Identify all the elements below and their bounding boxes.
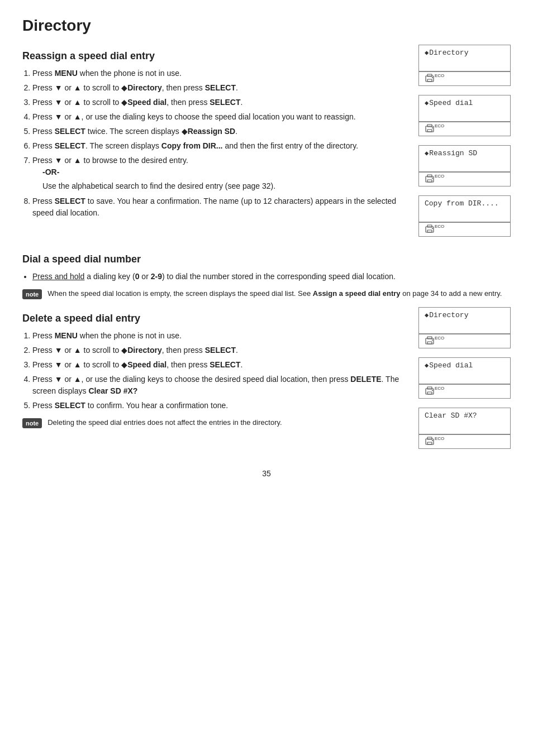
screen-text-4: Copy from DIR.... <box>425 199 499 208</box>
select-bold-d3: SELECT <box>55 401 85 410</box>
select-bold-3: SELECT <box>55 127 85 136</box>
reassign-screen-2: ◆Speed dial <box>418 95 511 122</box>
reassign-screen-group-1: ◆Directory ECO <box>418 45 511 90</box>
svg-rect-2 <box>427 79 432 82</box>
reassign-screen-1: ◆Directory <box>418 45 511 71</box>
select-bold-d2: SELECT <box>210 360 240 369</box>
delete-screen-2: ◆Speed dial <box>418 357 511 384</box>
svg-rect-6 <box>427 130 432 132</box>
page-number: 35 <box>22 469 511 478</box>
printer-icon-3 <box>425 174 435 184</box>
svg-rect-17 <box>427 337 432 339</box>
directory-bold: Directory <box>127 83 161 92</box>
delete-screens: ◆Directory ECO ◆Speed dial <box>407 307 511 458</box>
printer-icon-4 <box>425 224 435 234</box>
copyfrom-bold: Copy from DIR... <box>161 141 223 150</box>
list-item: Press and hold a dialing key (0 or 2-9) … <box>32 271 511 283</box>
reassign-steps: Press MENU when the phone is not in use.… <box>32 68 407 219</box>
dial-section: Dial a speed dial number Press and hold … <box>22 253 511 299</box>
svg-point-27 <box>432 440 433 441</box>
delete-note-text: Deleting the speed dial entries does not… <box>47 417 282 428</box>
list-item: Press SELECT to confirm. You hear a conf… <box>32 400 407 412</box>
directory-bold-d: Directory <box>127 346 161 355</box>
arrow-icon-3: ◆ <box>425 150 429 157</box>
del-screen-text-1: Directory <box>429 311 468 319</box>
dial-note: note When the speed dial location is emp… <box>22 288 511 299</box>
list-item: Press SELECT. The screen displays Copy f… <box>32 140 407 152</box>
select-bold-d1: SELECT <box>205 346 236 355</box>
del-arrow-icon-2: ◆ <box>425 362 429 370</box>
svg-point-7 <box>432 127 433 128</box>
eco-icon-3: ECO <box>425 174 444 184</box>
del-printer-icon-1 <box>425 336 435 346</box>
svg-point-19 <box>432 339 433 341</box>
delete-note-label: note <box>22 418 42 428</box>
reassign-eco-1: ECO <box>418 71 511 86</box>
reassign-eco-2: ECO <box>418 122 511 136</box>
reassign-content: Reassign a speed dial entry Press MENU w… <box>22 45 407 246</box>
reassign-eco-4: ECO <box>418 222 511 237</box>
reassign-screen-group-3: ◆Reassign SD ECO <box>418 145 511 191</box>
delete-screen-3: Clear SD #X? <box>418 408 511 434</box>
zero-bold: 0 <box>135 272 140 281</box>
delete-screen-1: ◆Directory <box>418 307 511 334</box>
or-block: -OR- Use the alphabetical search to find… <box>42 166 407 192</box>
del-screen-text-3: Clear SD #X? <box>425 412 477 420</box>
svg-point-15 <box>432 228 433 229</box>
delete-section: Delete a speed dial entry Press MENU whe… <box>22 307 511 458</box>
eco-icon-4: ECO <box>425 224 444 234</box>
eco-sup-1: ECO <box>435 73 444 78</box>
list-item: Press ▼ or ▲ to browse to the desired en… <box>32 155 407 192</box>
eco-sup-2: ECO <box>435 123 444 128</box>
svg-rect-25 <box>427 437 432 439</box>
del-eco-sup-1: ECO <box>435 336 444 341</box>
screen-text-1: Directory <box>429 49 468 57</box>
list-item: Press SELECT to save. You hear a confirm… <box>32 195 407 219</box>
assign-bold: Assign a speed dial entry <box>313 289 401 298</box>
del-screen-text-2: Speed dial <box>429 361 473 370</box>
delete-screen-group-2: ◆Speed dial ECO <box>418 357 511 403</box>
printer-icon-2 <box>425 123 435 133</box>
list-item: Press ▼ or ▲ to scroll to ◆Speed dial, t… <box>32 359 407 371</box>
svg-rect-22 <box>427 392 432 394</box>
reassignsd-bold: Reassign SD <box>188 127 236 136</box>
screen-text-3: Reassign SD <box>429 149 477 157</box>
reassign-title: Reassign a speed dial entry <box>22 50 407 62</box>
or-label: -OR- <box>42 166 407 178</box>
delete-screen-group-3: Clear SD #X? ECO <box>418 408 511 453</box>
reassign-screen-3: ◆Reassign SD <box>418 145 511 172</box>
del-eco-sup-3: ECO <box>435 436 444 441</box>
svg-rect-26 <box>427 442 432 444</box>
eco-sup-4: ECO <box>435 224 444 229</box>
reassign-screen-group-2: ◆Speed dial ECO <box>418 95 511 141</box>
screen-text-2: Speed dial <box>429 99 473 107</box>
del-printer-icon-2 <box>425 386 435 396</box>
press-hold-label: Press and hold <box>32 272 84 281</box>
delete-steps: Press MENU when the phone is not in use.… <box>32 330 407 412</box>
select-bold-4: SELECT <box>55 141 85 150</box>
menu-bold: MENU <box>55 69 78 78</box>
dial-title: Dial a speed dial number <box>22 253 511 265</box>
list-item: Press SELECT twice. The screen displays … <box>32 126 407 137</box>
list-item: Press MENU when the phone is not in use. <box>32 68 407 79</box>
del-arrow-icon-1: ◆ <box>425 312 429 319</box>
svg-rect-18 <box>427 342 432 344</box>
speeddial-bold-d: Speed dial <box>127 360 166 369</box>
delete-eco-2: ECO <box>418 384 511 399</box>
arrow-icon-2: ◆ <box>425 99 429 107</box>
delete-content: Delete a speed dial entry Press MENU whe… <box>22 307 407 458</box>
select-bold-2: SELECT <box>210 98 240 107</box>
delete-screen-group-1: ◆Directory ECO <box>418 307 511 353</box>
select-bold: SELECT <box>205 83 236 92</box>
reassign-eco-3: ECO <box>418 172 511 186</box>
del-eco-icon-2: ECO <box>425 386 444 396</box>
svg-rect-14 <box>427 230 432 232</box>
del-eco-sup-2: ECO <box>435 386 444 391</box>
dial-list: Press and hold a dialing key (0 or 2-9) … <box>32 271 511 283</box>
delete-title: Delete a speed dial entry <box>22 313 407 324</box>
del-eco-icon-3: ECO <box>425 436 444 446</box>
range-bold: 2-9 <box>151 272 162 281</box>
svg-rect-21 <box>427 387 432 389</box>
dial-note-text: When the speed dial location is empty, t… <box>47 288 502 299</box>
svg-point-3 <box>432 77 433 78</box>
